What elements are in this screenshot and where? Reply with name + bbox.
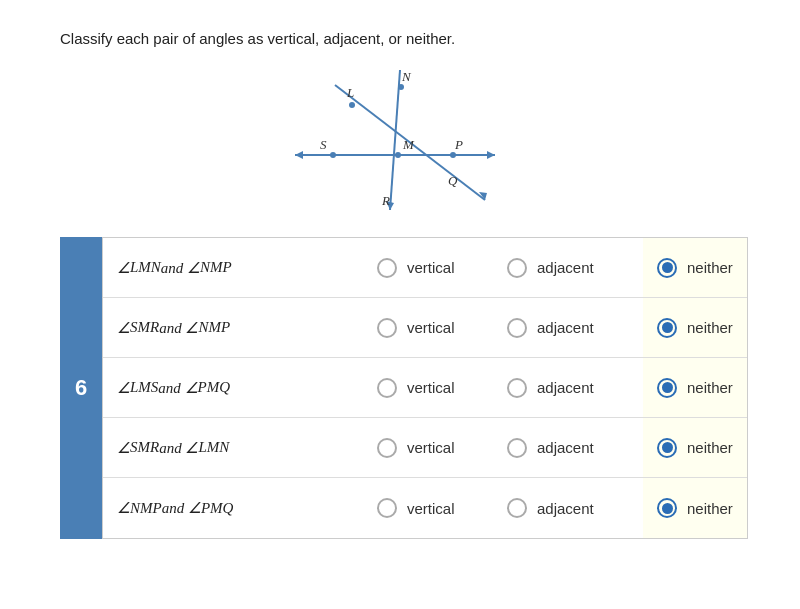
table-row: ∠NMP and ∠PMQ vertical adjacent neither [103,478,747,538]
adjacent-option-1[interactable]: adjacent [493,238,643,297]
adjacent-option-2[interactable]: adjacent [493,298,643,357]
neither-radio-1[interactable] [657,258,677,278]
neither-option-4[interactable]: neither [643,418,747,477]
neither-label-5: neither [687,500,733,517]
neither-label-2: neither [687,319,733,336]
vertical-label-4: vertical [407,439,455,456]
adjacent-radio-5[interactable] [507,498,527,518]
adjacent-label-5: adjacent [537,500,594,517]
vertical-radio-3[interactable] [377,378,397,398]
table-row: ∠LMS and ∠PMQ vertical adjacent neither [103,358,747,418]
vertical-option-2[interactable]: vertical [363,298,493,357]
neither-option-1[interactable]: neither [643,238,747,297]
adjacent-radio-3[interactable] [507,378,527,398]
adjacent-option-5[interactable]: adjacent [493,478,643,538]
vertical-label-3: vertical [407,379,455,396]
angle-diagram: L N M P S Q R [285,65,515,215]
neither-radio-2[interactable] [657,318,677,338]
svg-point-11 [398,84,404,90]
adjacent-label-4: adjacent [537,439,594,456]
neither-radio-4[interactable] [657,438,677,458]
svg-text:M: M [402,137,415,152]
svg-text:R: R [381,193,390,208]
svg-point-10 [450,152,456,158]
angle-pair-3: ∠LMS and ∠PMQ [103,358,363,417]
adjacent-label: adjacent [537,259,594,276]
adjacent-radio-4[interactable] [507,438,527,458]
svg-line-5 [390,70,400,210]
vertical-radio-2[interactable] [377,318,397,338]
adjacent-option-3[interactable]: adjacent [493,358,643,417]
adjacent-label-2: adjacent [537,319,594,336]
angle-pair-2: ∠SMR and ∠NMP [103,298,363,357]
neither-radio-5[interactable] [657,498,677,518]
svg-marker-2 [295,151,303,159]
page: Classify each pair of angles as vertical… [0,0,800,569]
question-text: Classify each pair of angles as vertical… [60,30,740,47]
vertical-radio-4[interactable] [377,438,397,458]
vertical-radio-5[interactable] [377,498,397,518]
table-row: ∠SMR and ∠NMP vertical adjacent neither [103,298,747,358]
adjacent-label-3: adjacent [537,379,594,396]
diagram-container: L N M P S Q R [60,65,740,215]
neither-radio-inner-4 [662,442,673,453]
neither-radio-inner-5 [662,503,673,514]
vertical-option-4[interactable]: vertical [363,418,493,477]
vertical-option-1[interactable]: vertical [363,238,493,297]
svg-text:L: L [346,85,354,100]
svg-text:S: S [320,137,327,152]
neither-option-3[interactable]: neither [643,358,747,417]
svg-point-8 [349,102,355,108]
neither-radio-inner-2 [662,322,673,333]
neither-option-2[interactable]: neither [643,298,747,357]
vertical-radio-1[interactable] [377,258,397,278]
vertical-label-5: vertical [407,500,455,517]
neither-radio-3[interactable] [657,378,677,398]
vertical-option-3[interactable]: vertical [363,358,493,417]
angle-pair-5: ∠NMP and ∠PMQ [103,478,363,538]
vertical-option-5[interactable]: vertical [363,478,493,538]
vertical-label: vertical [407,259,455,276]
adjacent-radio-1[interactable] [507,258,527,278]
adjacent-option-4[interactable]: adjacent [493,418,643,477]
neither-radio-inner-3 [662,382,673,393]
svg-marker-1 [487,151,495,159]
angle-pair-1: ∠LMN and ∠NMP [103,238,363,297]
neither-option-5[interactable]: neither [643,478,747,538]
neither-label: neither [687,259,733,276]
table-row: ∠SMR and ∠LMN vertical adjacent neither [103,418,747,478]
neither-label-3: neither [687,379,733,396]
svg-text:P: P [454,137,463,152]
answer-table: ∠LMN and ∠NMP vertical adjacent neither [102,237,748,539]
problem-number: 6 [60,237,102,539]
neither-radio-inner-1 [662,262,673,273]
svg-text:Q: Q [448,173,458,188]
svg-point-7 [395,152,401,158]
svg-point-9 [330,152,336,158]
table-row: ∠LMN and ∠NMP vertical adjacent neither [103,238,747,298]
neither-label-4: neither [687,439,733,456]
svg-text:N: N [401,69,412,84]
vertical-label-2: vertical [407,319,455,336]
content-area: 6 ∠LMN and ∠NMP vertical adjacent neithe [60,237,740,539]
adjacent-radio-2[interactable] [507,318,527,338]
angle-pair-4: ∠SMR and ∠LMN [103,418,363,477]
